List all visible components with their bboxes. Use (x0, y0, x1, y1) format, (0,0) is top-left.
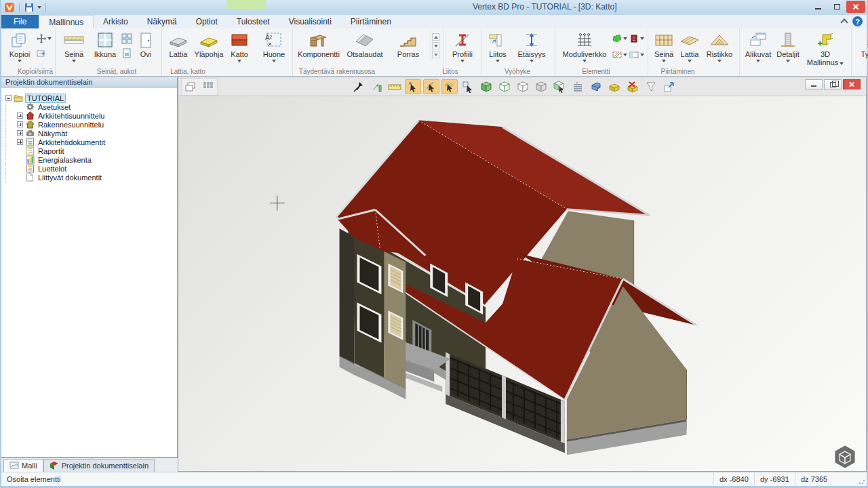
zone-area-button[interactable] (629, 49, 644, 60)
snap-point-icon[interactable] (405, 79, 421, 94)
cascade-windows-icon[interactable] (182, 79, 199, 94)
tree-item-arkkitehtidokumentit[interactable]: Arkkitehtidokumentit (5, 138, 177, 146)
3d-viewport-window[interactable] (178, 77, 867, 472)
maximize-icon (834, 4, 840, 9)
gray-shaded-cube-icon[interactable] (533, 79, 549, 94)
seina-button[interactable]: Seinä (59, 30, 89, 62)
tab-optiot[interactable]: Optiot (186, 15, 227, 28)
ristikko-button[interactable]: Ristikko (703, 30, 736, 62)
tab-file[interactable]: File (1, 15, 39, 28)
minimize-button[interactable] (808, 1, 827, 13)
select-element-icon[interactable] (460, 79, 476, 94)
gallery-down-button[interactable] (432, 42, 439, 49)
zone-area-icon (629, 49, 639, 60)
ikkuna-button[interactable]: Ikkuna (90, 30, 120, 58)
otsalaudat-button[interactable]: Otsalaudat (342, 30, 387, 58)
solid-model-icon[interactable] (588, 79, 604, 94)
export-view-icon[interactable] (661, 79, 677, 94)
lattia-button[interactable]: Lattia (165, 30, 191, 58)
tree-item-tutorial[interactable]: TUTORIAL (5, 94, 177, 102)
gallery-expand-button[interactable] (432, 51, 439, 58)
tree-item-asetukset[interactable]: Asetukset (5, 102, 177, 111)
list-icon[interactable] (570, 79, 586, 94)
save-icon[interactable] (24, 2, 35, 13)
collapse-expander-icon[interactable] (5, 95, 12, 101)
3d-navigation-widget[interactable] (833, 445, 856, 468)
huone-button[interactable]: A² Huone (259, 30, 289, 62)
collapse-ribbon-icon[interactable] (840, 18, 848, 26)
tyokalut-button[interactable]: Työkalut (855, 30, 868, 62)
delete-drawer-icon[interactable] (625, 79, 641, 94)
3d-canvas[interactable] (178, 96, 866, 471)
help-icon[interactable]: ? (852, 16, 863, 26)
wireframe-cube-icon[interactable] (496, 79, 513, 94)
liitos-button[interactable]: Liitos (485, 30, 511, 62)
3d-mallinnus-button[interactable]: 3D Mallinnus (803, 30, 848, 66)
expand-icon[interactable] (17, 139, 23, 145)
detaljit-button[interactable]: Detaljit (774, 30, 802, 62)
ovi-button[interactable]: Ovi (134, 30, 158, 58)
elementti-lattia-button[interactable]: Lattia (677, 30, 702, 62)
profiili-button[interactable]: Profiili (448, 30, 477, 62)
etaisyys-button[interactable]: Etäisyys (512, 30, 551, 62)
tile-windows-icon[interactable] (200, 79, 216, 94)
zone-hatch-button[interactable] (612, 49, 627, 60)
hidden-line-cube-icon[interactable] (515, 79, 531, 94)
qat-dropdown-icon[interactable] (37, 6, 41, 9)
tab-projektin-dokumenttiselain[interactable]: Projektin dokumenttiselain (43, 459, 155, 472)
resize-grip[interactable] (859, 478, 865, 485)
tree-item-luettelot[interactable]: Luettelot (5, 164, 177, 173)
tab-arkisto[interactable]: Arkisto (94, 15, 138, 28)
tree-item-rakennesuunnittelu[interactable]: Rakennesuunnittelu (5, 120, 177, 129)
tab-mallinnus[interactable]: Mallinnus (39, 15, 94, 28)
zone-block-button[interactable] (629, 33, 644, 44)
tree-item-arkkitehtisuunnittelu[interactable]: Arkkitehtisuunnittelu (5, 111, 177, 120)
moduliverkko-button[interactable]: Moduliverkko (559, 30, 610, 62)
document-minimize-button[interactable] (805, 79, 823, 89)
gallery-up-button[interactable] (432, 33, 439, 41)
ruler-icon[interactable] (387, 79, 403, 94)
pin-icon[interactable] (350, 79, 366, 94)
tab-tulosteet[interactable]: Tulosteet (227, 15, 279, 28)
tab-piirtaminen[interactable]: Piirtäminen (341, 15, 401, 28)
tree-item-nakymat[interactable]: Näkymät (5, 129, 177, 138)
tab-malli[interactable]: Malli (3, 459, 43, 472)
shaded-cube-icon[interactable] (478, 79, 494, 94)
select-face-cube-icon[interactable] (551, 79, 568, 94)
tree-item-raportit[interactable]: Raportit (5, 146, 177, 155)
element-floor-icon (679, 31, 700, 50)
3d-house-model[interactable] (178, 96, 866, 471)
move-button[interactable] (36, 33, 52, 44)
tree-item-energialaskenta[interactable]: Energialaskenta (5, 155, 177, 164)
document-close-button[interactable] (843, 79, 861, 89)
close-button[interactable] (846, 1, 865, 13)
dropdown-caret-icon (530, 60, 534, 62)
tab-visualisointi[interactable]: Visualisointi (279, 15, 341, 28)
expand-icon[interactable] (17, 113, 23, 119)
paste-special-button[interactable] (36, 48, 52, 59)
kopioi-button[interactable]: Kopioi (5, 30, 35, 62)
measure-path-icon[interactable] (368, 79, 384, 94)
elementti-seina-button[interactable]: Seinä (652, 30, 676, 62)
tab-nakyma[interactable]: Näkymä (138, 15, 186, 28)
open-drawer-icon[interactable] (606, 79, 623, 94)
alikuvat-button[interactable]: Alikuvat (743, 30, 773, 62)
window-grid-button[interactable] (121, 33, 132, 44)
snap-face-icon[interactable] (441, 79, 458, 94)
komponentti-button[interactable]: Komponentti (296, 30, 341, 58)
porras-button[interactable]: Porras (389, 30, 428, 58)
document-restore-button[interactable] (824, 79, 842, 89)
floor-slab-icon (169, 31, 188, 50)
katto-button[interactable]: Katto (226, 30, 252, 62)
maximize-button[interactable] (827, 1, 846, 13)
expand-icon[interactable] (17, 130, 23, 136)
small-window-button[interactable] (121, 48, 132, 59)
bay-tower[interactable] (340, 228, 406, 399)
snap-line-icon[interactable] (423, 79, 439, 94)
zone-polygon-button[interactable] (612, 33, 627, 44)
tree-item-liittyvat-dokumentit[interactable]: Liittyvät dokumentit (5, 173, 177, 182)
app-logo-icon[interactable] (4, 2, 15, 13)
ylapohja-button[interactable]: Yläpohja (193, 30, 225, 58)
expand-icon[interactable] (17, 121, 23, 127)
filter-icon[interactable] (643, 79, 659, 94)
